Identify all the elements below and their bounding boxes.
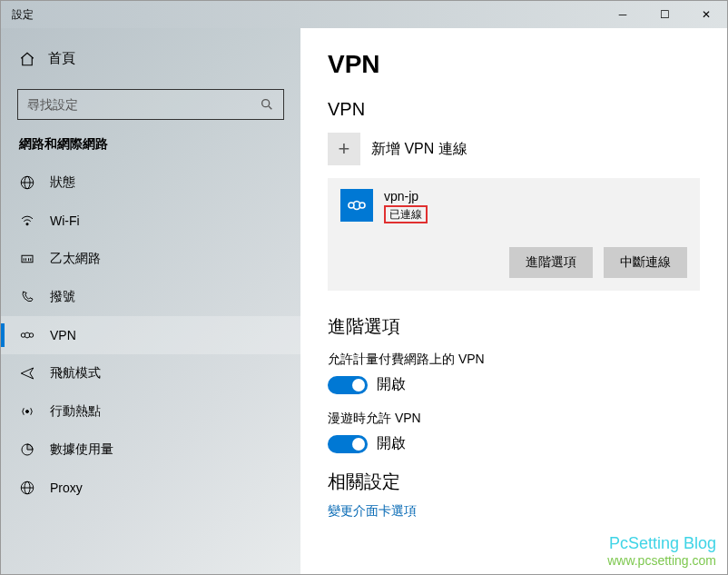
search-field[interactable] — [27, 97, 260, 112]
plus-icon: + — [339, 139, 350, 159]
wifi-icon — [19, 213, 35, 229]
home-label: 首頁 — [48, 50, 75, 67]
minimize-button[interactable]: ─ — [602, 1, 644, 28]
sidebar-item-status[interactable]: 狀態 — [1, 164, 300, 202]
window-title: 設定 — [12, 7, 34, 23]
sidebar-item-airplane[interactable]: 飛航模式 — [1, 354, 300, 392]
sidebar: 首頁 網路和網際網路 狀態 Wi-Fi 乙太網路 撥號 VPN 飛 — [1, 28, 300, 574]
titlebar: 設定 ─ ☐ ✕ — [1, 1, 727, 28]
sidebar-item-hotspot[interactable]: 行動熱點 — [1, 392, 300, 431]
home-icon — [19, 51, 35, 67]
hotspot-icon — [19, 403, 35, 420]
sidebar-item-datausage[interactable]: 數據使用量 — [1, 431, 300, 469]
metered-vpn-state: 開啟 — [377, 375, 406, 394]
maximize-button[interactable]: ☐ — [644, 1, 685, 28]
sidebar-item-label: 數據使用量 — [50, 441, 113, 458]
svg-point-5 — [26, 223, 28, 225]
roaming-vpn-label: 漫遊時允許 VPN — [328, 411, 700, 427]
search-input[interactable] — [17, 89, 284, 120]
data-usage-icon — [19, 441, 35, 458]
add-vpn-box[interactable]: + — [328, 133, 360, 165]
svg-point-0 — [262, 100, 270, 107]
search-icon — [260, 97, 274, 112]
sidebar-item-label: 乙太網路 — [50, 251, 101, 267]
sidebar-item-label: Wi-Fi — [50, 213, 80, 228]
add-vpn-row[interactable]: + 新增 VPN 連線 — [328, 133, 700, 165]
vpn-connection-icon — [340, 189, 373, 222]
section-title: 網路和網際網路 — [1, 134, 300, 164]
sidebar-item-ethernet[interactable]: 乙太網路 — [1, 240, 300, 278]
sidebar-item-proxy[interactable]: Proxy — [1, 469, 300, 507]
vpn-connection-name: vpn-jp — [384, 189, 428, 203]
add-vpn-label: 新增 VPN 連線 — [371, 140, 467, 159]
main-panel: VPN VPN + 新增 VPN 連線 vpn-jp 已連線 進階選項 中斷連線… — [300, 28, 727, 574]
vpn-connection-card[interactable]: vpn-jp 已連線 進階選項 中斷連線 — [328, 178, 700, 291]
watermark-title: PcSetting Blog — [607, 534, 716, 554]
sidebar-item-label: VPN — [50, 328, 76, 342]
sidebar-item-label: 行動熱點 — [50, 403, 101, 420]
sidebar-item-label: 狀態 — [50, 174, 75, 191]
sidebar-item-wifi[interactable]: Wi-Fi — [1, 202, 300, 240]
advanced-section-title: 進階選項 — [328, 314, 700, 339]
disconnect-button[interactable]: 中斷連線 — [604, 247, 687, 278]
proxy-icon — [19, 480, 35, 496]
sidebar-item-label: 撥號 — [50, 289, 75, 305]
sidebar-item-label: 飛航模式 — [50, 365, 101, 382]
metered-vpn-label: 允許計量付費網路上的 VPN — [328, 352, 700, 368]
dialup-icon — [19, 289, 35, 305]
home-nav[interactable]: 首頁 — [1, 41, 300, 76]
roaming-vpn-toggle[interactable] — [328, 435, 368, 453]
watermark: PcSetting Blog www.pcsetting.com — [607, 534, 716, 569]
vpn-section-title: VPN — [328, 99, 700, 120]
sidebar-item-vpn[interactable]: VPN — [1, 316, 300, 354]
svg-point-13 — [26, 411, 29, 413]
svg-line-1 — [269, 106, 271, 109]
sidebar-item-label: Proxy — [50, 481, 83, 495]
change-adapter-link[interactable]: 變更介面卡選項 — [328, 503, 700, 520]
roaming-vpn-state: 開啟 — [377, 434, 406, 453]
close-button[interactable]: ✕ — [685, 1, 727, 28]
globe-icon — [19, 174, 35, 191]
metered-vpn-toggle[interactable] — [328, 376, 368, 394]
related-section-title: 相關設定 — [328, 470, 700, 494]
sidebar-item-dialup[interactable]: 撥號 — [1, 278, 300, 316]
advanced-options-button[interactable]: 進階選項 — [509, 247, 593, 278]
ethernet-icon — [19, 251, 35, 267]
vpn-icon — [19, 327, 35, 343]
airplane-icon — [19, 365, 35, 382]
watermark-url: www.pcsetting.com — [607, 553, 716, 569]
vpn-connection-status: 已連線 — [384, 205, 428, 223]
page-title: VPN — [328, 50, 700, 79]
